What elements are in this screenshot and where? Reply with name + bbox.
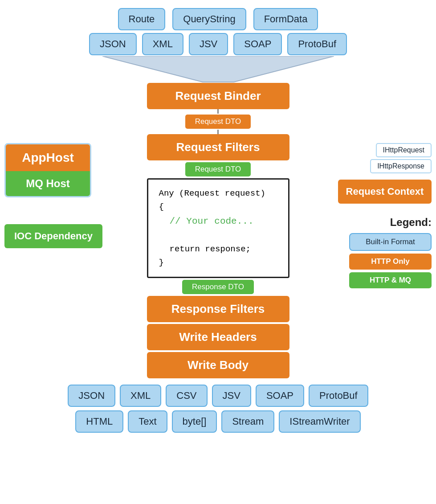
- write-body-box: Write Body: [147, 352, 289, 378]
- querystring-box: QueryString: [172, 8, 246, 30]
- jsv-top-box: JSV: [189, 33, 228, 55]
- json-bottom-box: JSON: [68, 385, 115, 407]
- text-bottom-box: Text: [128, 410, 167, 433]
- request-filters-box: Request Filters: [147, 134, 289, 160]
- code-line5: }: [159, 256, 277, 269]
- byte-bottom-box: byte[]: [172, 410, 217, 433]
- code-line2: {: [159, 200, 277, 213]
- ihttp-response-box: IHttpResponse: [370, 159, 432, 173]
- connector-1: [217, 109, 219, 114]
- istreamwriter-bottom-box: IStreamWriter: [279, 410, 360, 433]
- top-row-2: JSON XML JSV SOAP ProtoBuf: [89, 33, 347, 55]
- code-line4: return response;: [159, 242, 277, 256]
- code-box: Any (Request request) { // Your code... …: [147, 178, 289, 278]
- right-column: IHttpRequest IHttpResponse Request Conte…: [338, 134, 432, 288]
- apphost-box: AppHost: [6, 144, 90, 171]
- soap-top-box: SOAP: [233, 33, 282, 55]
- code-line3: // Your code...: [159, 214, 277, 229]
- legend-title: Legend:: [390, 216, 432, 229]
- response-filters-box: Response Filters: [147, 296, 289, 322]
- ihttp-request-box: IHttpRequest: [376, 143, 432, 157]
- left-column: AppHost MQ Host IOC Dependency: [4, 134, 98, 248]
- legend-builtin-box: Built-in Format: [349, 233, 432, 251]
- request-binder-box: Request Binder: [147, 83, 289, 109]
- write-headers-box: Write Headers: [147, 324, 289, 350]
- jsv-bottom-box: JSV: [212, 385, 251, 407]
- response-dto-label: Response DTO: [182, 280, 254, 294]
- code-line1: Any (Request request): [159, 187, 277, 200]
- route-box: Route: [118, 8, 166, 30]
- legend-http-only-box: HTTP Only: [349, 254, 432, 270]
- xml-top-box: XML: [142, 33, 183, 55]
- apphost-container: AppHost MQ Host: [4, 143, 91, 197]
- formdata-box: FormData: [253, 8, 318, 30]
- json-top-box: JSON: [89, 33, 137, 55]
- ihttp-labels: IHttpRequest IHttpResponse: [370, 143, 432, 173]
- stream-bottom-box: Stream: [221, 410, 274, 433]
- svg-marker-0: [102, 56, 334, 82]
- request-context-box: Request Context: [338, 180, 432, 204]
- request-dto-1-label: Request DTO: [185, 115, 251, 129]
- top-row-1: Route QueryString FormData: [118, 8, 318, 30]
- bottom-row-2: HTML Text byte[] Stream IStreamWriter: [75, 410, 360, 433]
- xml-bottom-box: XML: [120, 385, 161, 407]
- mq-host-box: MQ Host: [6, 171, 90, 196]
- bottom-row-1: JSON XML CSV JSV SOAP ProtoBuf: [68, 385, 368, 407]
- request-dto-2-label: Request DTO: [185, 162, 251, 176]
- legend-area: Legend: Built-in Format HTTP Only HTTP &…: [349, 216, 432, 288]
- protobuf-bottom-box: ProtoBuf: [309, 385, 368, 407]
- connector-2: [217, 130, 219, 134]
- legend-http-mq-box: HTTP & MQ: [349, 272, 432, 288]
- soap-bottom-box: SOAP: [256, 385, 304, 407]
- html-bottom-box: HTML: [75, 410, 123, 433]
- csv-bottom-box: CSV: [166, 385, 207, 407]
- protobuf-top-box: ProtoBuf: [287, 33, 347, 55]
- ioc-dependency-box: IOC Dependency: [4, 224, 102, 248]
- funnel-shape: [102, 56, 334, 83]
- main-area: AppHost MQ Host IOC Dependency Request F…: [4, 134, 432, 380]
- center-column: Request Filters Request DTO Any (Request…: [98, 134, 338, 380]
